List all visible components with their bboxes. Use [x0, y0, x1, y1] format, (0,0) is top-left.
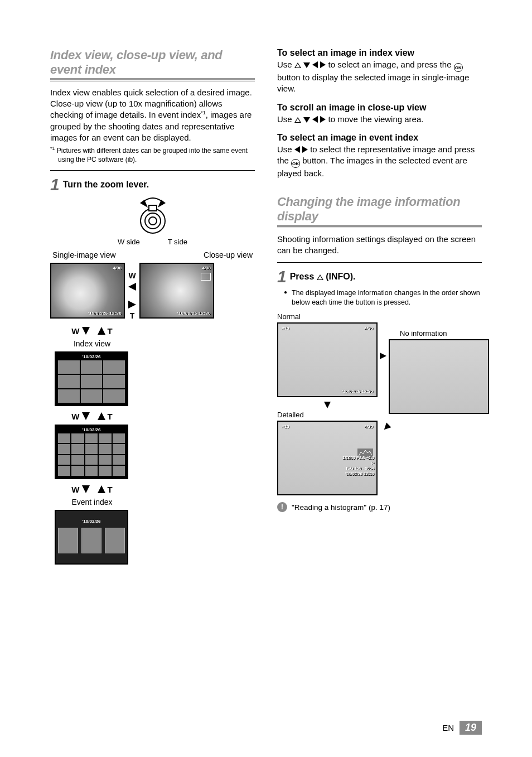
footnote: *1 Pictures with different dates can be … [50, 146, 255, 165]
t: Use [277, 144, 294, 154]
datetime: '10/02/26 12:30 [342, 389, 373, 394]
up-icon [294, 62, 301, 68]
arrow-up-icon [98, 327, 105, 335]
arrow-diagonal-icon [382, 423, 391, 432]
info-display-intro: Shooting information settings displayed … [277, 234, 482, 257]
w-label: W [71, 326, 79, 336]
arrow-down-icon [324, 402, 331, 408]
sub-select-index: To select an image in index view [277, 48, 482, 58]
icons-row: ×10 [282, 326, 289, 331]
w-side-label: W side [118, 238, 140, 246]
step-1-right-text: Press (INFO). [290, 272, 356, 282]
arrow-down-icon [82, 327, 90, 335]
datetime: '10/02/26 12:30 [88, 311, 122, 316]
grid-date: '10/02/26 [56, 427, 127, 432]
det-line2: P [312, 461, 374, 466]
arrow-right-icon [128, 301, 136, 308]
t-label: T [108, 412, 113, 421]
footnote-sup: *1 [50, 146, 55, 151]
w-label: W [71, 485, 79, 494]
t: button. The images in the selected event… [277, 156, 467, 178]
wt-toggle-2: W T [50, 412, 134, 421]
zoom-dial-icon [128, 197, 178, 237]
arrow-right-icon [380, 353, 386, 359]
arrow-down-icon [82, 485, 90, 493]
up-icon [294, 117, 301, 123]
t: button to display the selected image in … [277, 73, 469, 93]
ok-button-icon: OK [291, 159, 300, 168]
t: to select an image, and press the [328, 60, 454, 69]
t: Use [277, 114, 294, 124]
t: Press [290, 272, 317, 281]
counter: 4/30 [202, 266, 211, 271]
left-icon [312, 61, 318, 68]
single-image-screen: 4/30 '10/02/26 12:30 [50, 263, 125, 319]
single-and-closeup-screens: 4/30 '10/02/26 12:30 W T 4/30 '10/02/26 … [50, 263, 255, 321]
grid-date: '10/02/26 [56, 354, 127, 359]
counter: 4/30 [113, 266, 122, 271]
note-icon: ! [277, 502, 287, 512]
close-up-screen: 4/30 '10/02/26 12:30 [139, 263, 214, 319]
step-number-icon: 1 [277, 267, 287, 286]
step-number-icon: 1 [50, 175, 60, 194]
icons-row: ×10 [282, 424, 289, 429]
svg-point-2 [149, 217, 157, 225]
sub-select-event-body: Use to select the representative image a… [277, 144, 482, 180]
arrow-left-icon [128, 283, 136, 291]
footnote-marker: *1 [201, 110, 206, 115]
index-5x4-screen: '10/02/26 [55, 425, 128, 479]
index-intro: Index view enables quick selection of a … [50, 87, 255, 143]
down-icon [303, 117, 310, 123]
wt-toggle-1: W T [50, 326, 134, 336]
det-line1: 1/1000 F2.8 +2.0 [312, 455, 374, 460]
nav-box-icon [201, 273, 211, 281]
divider [50, 170, 255, 171]
down-icon [303, 62, 310, 68]
svg-marker-5 [158, 200, 166, 208]
arrow-up-icon [98, 412, 105, 420]
divider [277, 262, 482, 263]
ok-button-icon: OK [454, 63, 463, 72]
noinfo-screen [389, 339, 489, 414]
datetime: '10/02/26 12:30 [177, 311, 211, 316]
info-display-diagram: Normal ×104/30 '10/02/26 12:30 No inform… [277, 312, 482, 502]
left-icon [294, 146, 300, 153]
wt-toggle-3: W T [50, 485, 134, 494]
svg-marker-4 [140, 200, 148, 208]
index-view-label: Index view [50, 339, 134, 348]
t: Use [277, 60, 294, 69]
det-line3: ISO 100 · 0004 [312, 466, 374, 471]
info-bullet: The displayed image information changes … [277, 288, 482, 307]
step-1-right: 1 Press (INFO). [277, 267, 482, 286]
normal-screen: ×104/30 '10/02/26 12:30 [277, 322, 378, 397]
det-line4: '10/02/26 12:30 [312, 471, 374, 476]
counter: 4/30 [364, 424, 373, 429]
intro-text: Index view enables quick selection of a … [50, 88, 252, 142]
t: (INFO). [326, 272, 355, 281]
t-side-label: T side [168, 238, 187, 246]
zoom-lever-diagram: W side T side Single-image view Close-up… [50, 197, 255, 565]
index-3x3-screen: '10/02/26 [55, 351, 128, 406]
arrow-up-icon [98, 485, 105, 493]
t-label: T [130, 311, 135, 320]
noinfo-label: No information [400, 329, 447, 337]
footer-lang: EN [442, 723, 454, 732]
normal-label: Normal [277, 312, 301, 321]
up-icon [317, 274, 323, 280]
page-footer: EN 19 [442, 721, 482, 735]
sub-select-index-body: Use to select an image, and press the OK… [277, 59, 482, 95]
section-title-index: Index view, close-up view, and event ind… [50, 48, 255, 80]
section-title-info-display: Changing the image information display [277, 195, 482, 227]
left-icon [312, 116, 318, 123]
sub-scroll-closeup-body: Use to move the viewing area. [277, 114, 482, 125]
sub-scroll-closeup: To scroll an image in close-up view [277, 103, 482, 113]
close-up-label: Close-up view [204, 250, 253, 259]
right-icon [320, 61, 326, 68]
step-1: 1 Turn the zoom lever. [50, 175, 255, 194]
svg-point-0 [141, 209, 165, 233]
sub-select-event: To select an image in event index [277, 133, 482, 143]
right-icon [302, 146, 308, 153]
right-column: To select an image in index view Use to … [277, 48, 482, 565]
w-label: W [128, 271, 136, 280]
right-icon [320, 116, 326, 123]
